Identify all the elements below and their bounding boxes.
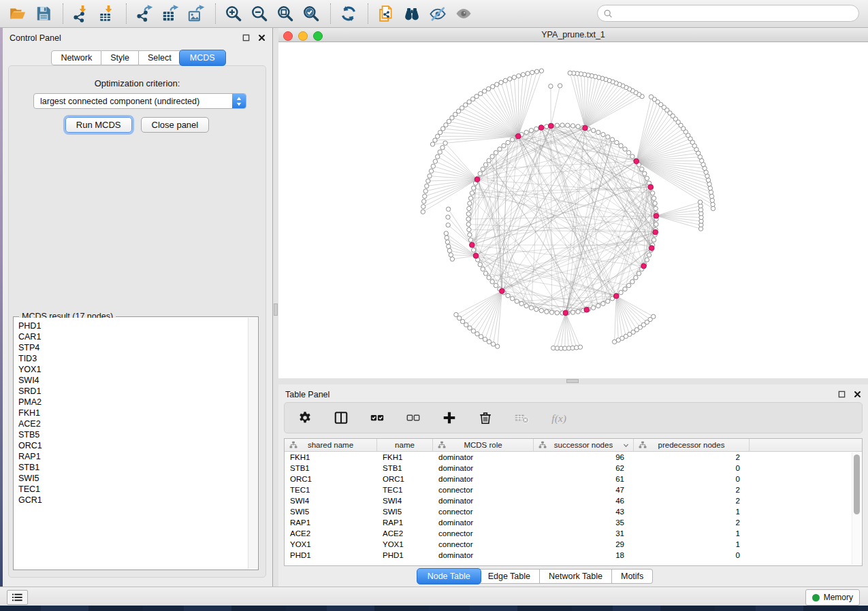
memory-label: Memory [824,593,853,602]
table-cell: 62 [534,464,634,472]
apply-layout-button[interactable] [338,3,360,24]
mcds-result-item[interactable]: FKH1 [14,408,248,418]
select-all-button[interactable] [369,409,387,427]
table-cell: 29 [534,540,634,548]
table-row[interactable]: ACE2ACE2connector311 [285,528,862,539]
table-row[interactable]: YOX1YOX1connector291 [285,539,862,550]
mcds-result-item[interactable]: TID3 [14,353,248,364]
zoom-fit-button[interactable] [275,3,297,24]
table-cell: TEC1 [377,486,433,494]
zoom-out-button[interactable] [249,3,271,24]
add-column-button[interactable] [441,409,459,427]
table-cell: dominator [433,475,534,483]
tab-network[interactable]: Network [51,50,101,65]
tab-network-table[interactable]: Network Table [540,569,612,584]
list-icon [12,593,22,601]
run-mcds-button[interactable]: Run MCDS [65,117,132,133]
column-header-name[interactable]: name [377,439,433,451]
mcds-result-item[interactable]: STB1 [14,462,248,473]
toolbar-separator [330,3,331,24]
table-toolbar: f(x) [284,402,863,433]
tab-edge-table[interactable]: Edge Table [479,569,540,584]
toolbar-separator [126,3,127,24]
import-table-button[interactable] [97,3,118,24]
column-header-successor-nodes[interactable]: successor nodes [534,439,634,451]
divider-handle[interactable] [274,303,278,316]
zoom-selected-button[interactable] [301,3,323,24]
clone-network-button[interactable] [376,3,398,24]
mcds-result-item[interactable]: ORC1 [14,440,248,451]
table-cell: FKH1 [285,453,377,461]
mcds-result-item[interactable]: SRD1 [14,386,248,397]
horizontal-split-divider[interactable] [278,378,868,384]
main-toolbar [0,0,868,28]
toolbar-separator [63,3,63,24]
vertical-split-divider[interactable] [273,28,278,587]
column-header-shared-name[interactable]: shared name [285,439,377,451]
table-row[interactable]: ORC1ORC1dominator610 [285,474,862,484]
open-file-button[interactable] [7,3,29,24]
criterion-select[interactable]: largest connected component (undirected) [33,93,246,109]
close-panel-button[interactable]: Close panel [141,117,210,133]
mcds-result-item[interactable]: SWI4 [14,375,248,386]
search-input[interactable] [613,6,858,21]
network-graph-canvas[interactable] [278,42,868,378]
table-row[interactable]: SWI4SWI4dominator462 [285,495,862,506]
table-row[interactable]: TEC1TEC1connector472 [285,484,862,495]
mcds-result-item[interactable]: CAR1 [14,331,248,342]
zoom-out-icon [251,5,270,22]
export-network-button[interactable] [134,3,156,24]
table-row[interactable]: SWI5SWI5connector431 [285,506,862,517]
column-header-MCDS-role[interactable]: MCDS role [433,439,534,451]
export-table-button[interactable] [160,3,182,24]
mcds-result-item[interactable]: PMA2 [14,397,248,408]
mcds-result-item[interactable]: TEC1 [14,484,248,495]
tab-mcds[interactable]: MCDS [179,50,226,66]
table-row[interactable]: PHD1PHD1dominator180 [285,550,862,561]
close-panel-icon[interactable] [258,34,266,42]
table-row[interactable]: STB1STB1dominator620 [285,463,862,474]
import-network-button[interactable] [71,3,93,24]
float-panel-icon[interactable] [242,34,250,42]
mcds-result-item[interactable]: YOX1 [14,364,248,375]
delete-column-button[interactable] [477,409,495,427]
table-cell: 35 [534,518,634,527]
close-panel-icon[interactable] [854,391,861,398]
save-session-button[interactable] [33,3,55,24]
mcds-result-item[interactable]: GCR1 [14,495,248,506]
mcds-result-item[interactable]: RAP1 [14,451,248,462]
hide-selected-button[interactable] [428,3,449,24]
memory-button[interactable]: Memory [805,589,860,606]
mcds-result-item[interactable]: STB5 [14,429,248,440]
split-view-button[interactable] [333,409,351,427]
table-row[interactable]: RAP1RAP1dominator352 [285,517,862,528]
mcds-result-item[interactable]: STP4 [14,342,248,353]
mcds-result-item[interactable]: ACE2 [14,418,248,429]
export-image-button[interactable] [186,3,208,24]
tab-node-table[interactable]: Node Table [417,568,481,584]
task-history-button[interactable] [7,590,28,605]
tab-motifs[interactable]: Motifs [612,569,653,584]
table-cell: 2 [634,453,750,461]
divider-handle[interactable] [566,379,579,383]
mcds-list-scrollbar[interactable] [248,318,257,569]
scrollbar-thumb[interactable] [854,455,860,514]
tab-select[interactable]: Select [139,50,181,65]
clone-network-icon [377,5,396,22]
table-row[interactable]: FKH1FKH1dominator962 [285,452,862,463]
column-header-predecessor-nodes[interactable]: predecessor nodes [634,439,750,451]
tab-style[interactable]: Style [101,50,139,65]
float-panel-icon[interactable] [838,391,846,398]
table-cell: 1 [634,508,750,516]
binoculars-icon [403,5,422,22]
zoom-in-button[interactable] [223,3,245,24]
table-settings-button[interactable] [297,409,315,427]
import-network-icon [72,5,91,22]
mcds-result-item[interactable]: SWI5 [14,473,248,484]
mcds-result-item[interactable]: PHD1 [14,320,248,331]
find-button[interactable] [402,3,423,24]
search-box[interactable] [597,5,859,22]
deselect-all-button[interactable] [405,409,423,427]
table-scrollbar[interactable] [852,452,861,565]
optimization-criterion-label: Optimization criterion: [9,78,266,88]
